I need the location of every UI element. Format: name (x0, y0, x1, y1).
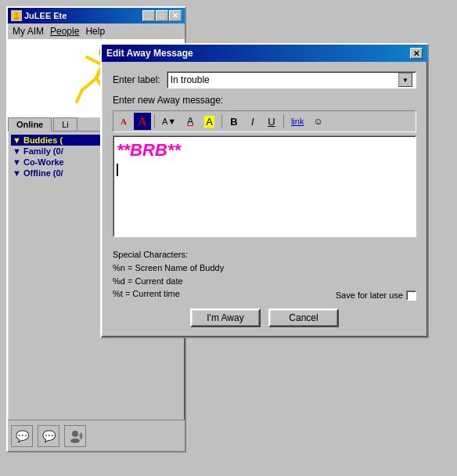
cancel-button[interactable]: Cancel (268, 308, 339, 327)
close-button[interactable]: ✕ (169, 10, 182, 21)
special-char-d: %d = Current date (113, 275, 224, 288)
toolbar-separator-3 (283, 114, 284, 128)
toolbar-font-color[interactable]: A (182, 113, 199, 130)
aim-window-title: JuLEE Ete (24, 11, 67, 20)
save-later-checkbox[interactable] (406, 290, 416, 301)
text-cursor (117, 164, 118, 176)
toolbar-separator-2 (221, 114, 222, 128)
toolbar-italic[interactable]: I (244, 113, 261, 130)
dialog-titlebar: Edit Away Message ✕ (102, 45, 427, 62)
toolbar-link[interactable]: link (287, 113, 308, 130)
brb-message-text: **BRB** (117, 140, 181, 160)
dialog-button-row: I'm Away Cancel (113, 308, 416, 327)
toolbar-font-large[interactable]: A (134, 113, 151, 130)
label-form-row: Enter label: In trouble ▼ (113, 71, 416, 88)
label-select-control[interactable]: In trouble ▼ (167, 71, 416, 88)
label-select-value: In trouble (171, 74, 210, 85)
svg-point-11 (72, 431, 78, 437)
titlebar-buttons: _ □ ✕ (142, 10, 182, 21)
minimize-button[interactable]: _ (142, 10, 155, 21)
toolbar-bold[interactable]: B (225, 113, 243, 130)
aim-statusbar: 💬 💬 (8, 420, 185, 451)
aim-window-icon (11, 10, 22, 21)
svg-point-2 (14, 16, 19, 20)
tab-list[interactable]: Li (53, 117, 77, 131)
dialog-content: Enter label: In trouble ▼ Enter new Away… (102, 62, 427, 337)
special-char-n: %n = Screen Name of Buddy (113, 261, 224, 275)
status-icon-buddy[interactable]: 💬 (38, 425, 59, 447)
tab-online[interactable]: Online (8, 117, 52, 132)
status-icon-user[interactable] (64, 425, 86, 447)
special-char-t: %t = Current time (113, 287, 224, 301)
toolbar-font-small[interactable]: A (115, 113, 132, 130)
aim-titlebar: JuLEE Ete _ □ ✕ (8, 8, 185, 23)
away-message-label-text: Enter new Away message: (113, 95, 416, 106)
toolbar-font-bgcolor[interactable]: A (200, 113, 218, 130)
save-later-label: Save for later use (336, 290, 403, 300)
restore-button[interactable]: □ (156, 10, 168, 21)
svg-line-7 (82, 78, 96, 90)
toolbar-font-size-down[interactable]: A▼ (158, 113, 180, 130)
svg-point-12 (70, 438, 80, 443)
svg-line-8 (77, 90, 82, 102)
menu-my-aim[interactable]: My AIM (13, 26, 44, 37)
toolbar-smiley[interactable]: ☺ (309, 113, 326, 130)
svg-point-1 (15, 13, 18, 16)
special-characters-section: Special Characters: %n = Screen Name of … (113, 250, 224, 301)
special-chars-title: Special Characters: (113, 250, 224, 259)
menu-people[interactable]: People (50, 26, 79, 37)
status-icon-chat[interactable]: 💬 (11, 425, 33, 447)
select-dropdown-arrow[interactable]: ▼ (398, 73, 412, 87)
message-text-area[interactable]: **BRB** (113, 135, 416, 237)
dialog-title: Edit Away Message (106, 48, 193, 59)
toolbar-underline[interactable]: U (263, 113, 280, 130)
save-for-later-section: Save for later use (336, 290, 416, 301)
dialog-close-button[interactable]: ✕ (410, 48, 423, 59)
aim-menubar: My AIM People Help (8, 23, 185, 39)
im-away-button[interactable]: I'm Away (190, 308, 261, 327)
edit-away-message-dialog: Edit Away Message ✕ Enter label: In trou… (100, 43, 429, 338)
enter-label-text: Enter label: (113, 74, 160, 85)
menu-help[interactable]: Help (85, 26, 105, 37)
toolbar-separator-1 (154, 114, 155, 128)
message-toolbar: A A A▼ A A B I U link ☺ (113, 110, 416, 132)
